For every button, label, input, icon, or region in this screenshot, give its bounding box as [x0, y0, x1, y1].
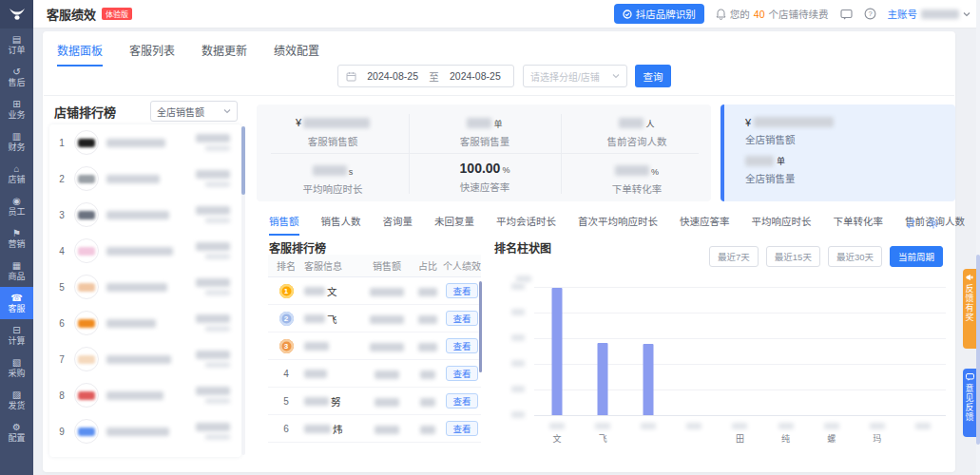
- range-30d-button[interactable]: 最近30天: [828, 246, 882, 267]
- store-summary-panel: ¥ 全店销售额 单 全店销售量: [721, 104, 955, 201]
- chevron-down-icon: [223, 108, 231, 114]
- date-to[interactable]: 2024-08-25: [445, 70, 506, 82]
- view-performance-button[interactable]: 查看: [446, 311, 478, 326]
- metric-tab-avg-response[interactable]: 平均响应时长: [752, 214, 812, 234]
- tab-cs-list[interactable]: 客服列表: [129, 42, 175, 66]
- sidebar-item-shipping[interactable]: ▨发货: [0, 384, 33, 416]
- shop-row: 3: [49, 197, 236, 233]
- view-performance-button[interactable]: 查看: [446, 283, 478, 298]
- range-7d-button[interactable]: 最近7天: [709, 246, 759, 267]
- date-from[interactable]: 2024-08-25: [362, 70, 423, 82]
- help-icon[interactable]: ?: [864, 8, 876, 20]
- metric-tab-conversion[interactable]: 下单转化率: [834, 214, 884, 234]
- topbar: 客服绩效 体验版 抖店品牌识别 您的40个店铺待续费 ? 主账号: [33, 0, 980, 28]
- table-scrollbar-thumb[interactable]: [479, 281, 482, 372]
- redacted-value: [420, 398, 435, 407]
- range-15d-button[interactable]: 最近15天: [766, 246, 820, 267]
- tab-data-update[interactable]: 数据更新: [202, 42, 247, 66]
- sidebar-item-staff[interactable]: ◉员工: [0, 190, 33, 222]
- date-separator: 至: [429, 69, 439, 84]
- chevron-down-icon: [963, 11, 970, 17]
- redacted-shop-name: [106, 247, 173, 256]
- bell-icon: [716, 9, 726, 20]
- shop-row: 9: [49, 413, 236, 449]
- table-header: 排名 客服信息 销售额 占比 个人绩效: [268, 255, 481, 277]
- orders-icon: ▤: [12, 34, 21, 45]
- tab-bar: 数据面板 客服列表 数据更新 绩效配置: [57, 42, 319, 66]
- metric-tab-sales-amount[interactable]: 销售额: [269, 214, 299, 236]
- redacted-axis-unit: [516, 276, 531, 282]
- tab-data-dashboard[interactable]: 数据面板: [57, 42, 103, 66]
- metric-tab-first-response[interactable]: 首次平均响应时长: [578, 214, 658, 234]
- aftersales-icon: ↺: [12, 66, 20, 77]
- redacted-name: [304, 425, 331, 433]
- bar[interactable]: [598, 343, 608, 415]
- range-current-button[interactable]: 当前周期: [890, 246, 943, 267]
- sidebar-item-calc[interactable]: ⊟计算: [0, 319, 33, 352]
- redacted-value: [303, 118, 370, 128]
- page-scrollbar-thumb[interactable]: [976, 255, 980, 445]
- redacted-value: [418, 343, 437, 352]
- bar[interactable]: [552, 288, 563, 415]
- shop-logo: [74, 347, 99, 371]
- feedback-reward-tab[interactable]: 反馈有奖: [963, 269, 976, 349]
- date-range-picker[interactable]: 2024-08-25 至 2024-08-25: [337, 65, 514, 87]
- view-performance-button[interactable]: 查看: [446, 338, 478, 353]
- brand-recognition-button[interactable]: 抖店品牌识别: [614, 4, 704, 24]
- app-logo[interactable]: [0, 0, 33, 28]
- metric-tab-consult-volume[interactable]: 咨询量: [383, 214, 413, 234]
- redacted-name: [304, 314, 325, 323]
- shop-logo: [74, 419, 99, 444]
- shops-icon: ⌂: [13, 163, 19, 174]
- redacted-name: [304, 370, 327, 378]
- sidebar-item-aftersales[interactable]: ↺售后: [0, 61, 33, 93]
- brand-icon: [623, 10, 632, 19]
- renewal-notice[interactable]: 您的40个店铺待续费: [716, 7, 829, 21]
- sidebar-item-orders[interactable]: ▤订单: [0, 28, 33, 61]
- sidebar-item-label: 员工: [8, 207, 25, 218]
- divider: [409, 114, 410, 194]
- config-icon: ⚙: [12, 422, 21, 432]
- sidebar-item-finance[interactable]: ▥财务: [0, 125, 33, 158]
- account-menu[interactable]: 主账号: [888, 7, 971, 21]
- view-performance-button[interactable]: 查看: [446, 366, 478, 381]
- redacted-value: [754, 117, 834, 127]
- sidebar-item-products[interactable]: ▦商品: [0, 255, 33, 287]
- view-performance-button[interactable]: 查看: [446, 393, 478, 408]
- shop-logo: [74, 275, 99, 299]
- kpi-order-conversion-rate: % 下单转化率: [566, 163, 708, 196]
- redacted-value: [745, 156, 774, 166]
- query-button[interactable]: 查询: [635, 65, 671, 87]
- swap-icon[interactable]: [905, 216, 917, 233]
- sidebar-item-marketing[interactable]: ⚑营销: [0, 222, 33, 255]
- sidebar-item-label: 店铺: [8, 175, 25, 185]
- sidebar-item-label: 财务: [8, 142, 25, 153]
- redacted-value: [375, 370, 399, 379]
- view-performance-button[interactable]: 查看: [446, 421, 478, 436]
- service-icon: ☎: [10, 293, 22, 303]
- feedback-tab[interactable]: 意见反馈: [963, 369, 976, 437]
- tab-performance-config[interactable]: 绩效配置: [274, 42, 319, 66]
- metric-tab-unreplied[interactable]: 未回复量: [434, 214, 474, 234]
- message-icon[interactable]: [840, 9, 853, 20]
- silver-medal-icon: 2: [279, 312, 294, 326]
- sidebar-item-service[interactable]: ☎客服: [0, 287, 33, 319]
- sidebar-item-purchase[interactable]: ▧采购: [0, 352, 33, 384]
- sidebar-item-shops[interactable]: ⌂店铺: [0, 158, 33, 190]
- bar[interactable]: [644, 344, 654, 415]
- table-row: 6 炜 查看: [268, 415, 481, 443]
- metric-tab-quick-reply[interactable]: 快速应答率: [680, 214, 730, 234]
- sidebar-item-config[interactable]: ⚙配置: [0, 416, 33, 448]
- shop-logo: [74, 166, 99, 191]
- calc-icon: ⊟: [12, 325, 20, 335]
- redacted-value: [375, 398, 399, 407]
- metric-tab-sales-people[interactable]: 销售人数: [321, 214, 361, 234]
- range-button-group: 最近7天 最近15天 最近30天 当前周期: [494, 246, 943, 267]
- sidebar-item-business[interactable]: ⊞业务: [0, 93, 33, 125]
- kpi-avg-response-time: s 平均响应时长: [261, 163, 404, 196]
- shop-group-select[interactable]: 请选择分组/店铺: [523, 65, 627, 87]
- metric-tab-avg-session[interactable]: 平均会话时长: [496, 214, 556, 234]
- gear-icon[interactable]: [928, 216, 939, 233]
- shop-metric-select[interactable]: 全店销售额: [150, 101, 238, 122]
- shop-list-scrollbar-thumb[interactable]: [241, 126, 245, 195]
